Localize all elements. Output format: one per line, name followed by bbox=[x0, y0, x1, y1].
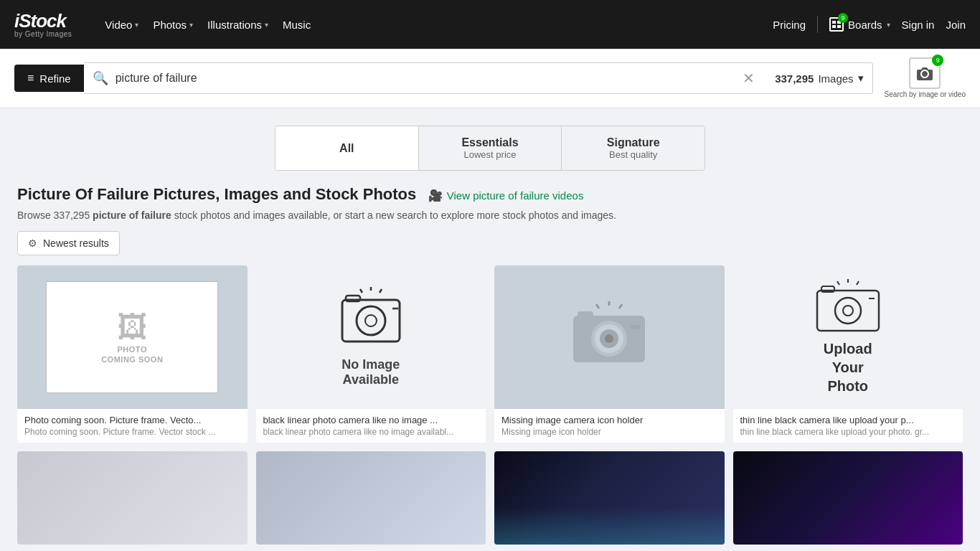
image-card-bottom[interactable] bbox=[256, 451, 486, 545]
sort-icon: ⚙ bbox=[28, 237, 37, 249]
image-caption: Photo coming soon. Picture frame. Vecto.… bbox=[17, 409, 248, 443]
results-count: 337,295 bbox=[775, 72, 814, 85]
image-overlay bbox=[494, 507, 725, 545]
svg-line-24 bbox=[857, 281, 859, 285]
svg-point-26 bbox=[835, 298, 861, 324]
image-card-bottom[interactable] bbox=[733, 451, 963, 545]
sliders-icon: ≡ bbox=[27, 72, 34, 85]
upload-camera-icon bbox=[809, 279, 887, 336]
caption-title: thin line black camera like upload your … bbox=[740, 415, 956, 425]
camera-outline-icon bbox=[331, 287, 410, 352]
svg-point-19 bbox=[605, 334, 613, 343]
chevron-down-icon: ▾ bbox=[189, 21, 193, 29]
image-grid-bottom-row bbox=[17, 451, 963, 545]
join-link[interactable]: Join bbox=[946, 19, 966, 31]
svg-rect-3 bbox=[837, 25, 841, 28]
search-icon: 🔍 bbox=[93, 70, 108, 86]
svg-point-9 bbox=[365, 315, 377, 326]
browse-keyword: picture of failure bbox=[93, 209, 171, 221]
nav-music[interactable]: Music bbox=[278, 16, 315, 34]
svg-line-6 bbox=[380, 289, 382, 293]
caption-title: black linear photo camera like no image … bbox=[263, 415, 479, 425]
svg-point-27 bbox=[843, 306, 853, 316]
chevron-down-icon: ▾ bbox=[858, 72, 864, 85]
caption-sub: Missing image icon holder bbox=[501, 427, 717, 437]
nav-video[interactable]: Video ▾ bbox=[100, 16, 143, 34]
no-image-placeholder: No ImageAvailable bbox=[331, 265, 410, 409]
image-caption: thin line black camera like upload your … bbox=[733, 409, 963, 443]
image-thumbnail: UploadYourPhoto bbox=[733, 265, 963, 409]
image-grid: 🖼 PHOTOCOMING SOON Photo coming soon. Pi… bbox=[17, 265, 963, 443]
svg-rect-21 bbox=[631, 325, 641, 329]
search-by-image-button[interactable]: 9 Search by image or video bbox=[885, 57, 966, 99]
caption-sub: thin line black camera like upload your … bbox=[740, 427, 956, 437]
caption-sub: Photo coming soon. Picture frame. Vector… bbox=[24, 427, 240, 437]
browse-suffix: stock photos and images available, or st… bbox=[171, 209, 616, 221]
svg-rect-0 bbox=[832, 21, 836, 24]
refine-button[interactable]: ≡ Refine bbox=[14, 65, 84, 92]
image-caption: black linear photo camera like no image … bbox=[256, 409, 486, 443]
svg-point-8 bbox=[357, 306, 385, 335]
image-card-bottom[interactable] bbox=[17, 451, 248, 545]
camera-filled-icon bbox=[566, 301, 652, 373]
signin-link[interactable]: Sign in bbox=[902, 19, 935, 31]
tab-signature[interactable]: Signature Best quality bbox=[562, 126, 705, 170]
svg-line-5 bbox=[360, 289, 362, 293]
image-thumbnail bbox=[494, 265, 725, 409]
boards-icon: 9 bbox=[829, 17, 844, 32]
chevron-down-icon: ▾ bbox=[887, 21, 890, 29]
image-caption: Missing image camera icon holder Missing… bbox=[494, 409, 725, 443]
image-card[interactable]: 🖼 PHOTOCOMING SOON Photo coming soon. Pi… bbox=[17, 265, 248, 443]
browse-prefix: Browse 337,295 bbox=[17, 209, 93, 221]
tab-essentials[interactable]: Essentials Lowest price bbox=[419, 126, 562, 170]
image-card[interactable]: Missing image camera icon holder Missing… bbox=[494, 265, 725, 443]
svg-line-13 bbox=[596, 304, 599, 309]
image-card-bottom[interactable] bbox=[494, 451, 725, 545]
collection-tabs: All Essentials Lowest price Signature Be… bbox=[275, 126, 705, 171]
pricing-link[interactable]: Pricing bbox=[773, 19, 806, 31]
no-image-text: No ImageAvailable bbox=[341, 357, 400, 387]
upload-photo-placeholder: UploadYourPhoto bbox=[809, 265, 887, 409]
header-right: Pricing 9 Boards ▾ Sign in Join bbox=[773, 16, 966, 33]
boards-link[interactable]: 9 Boards ▾ bbox=[829, 17, 890, 32]
sort-button[interactable]: ⚙ Newest results bbox=[17, 231, 120, 255]
media-type-selector[interactable]: 337,295 Images ▾ bbox=[766, 62, 872, 94]
site-header: iStock by Getty Images Video ▾ Photos ▾ … bbox=[0, 0, 980, 49]
sort-bar: ⚙ Newest results bbox=[17, 231, 963, 255]
nav-photos[interactable]: Photos ▾ bbox=[149, 16, 197, 34]
tab-all[interactable]: All bbox=[275, 126, 419, 170]
media-type-label: Images bbox=[818, 72, 853, 85]
camera-search-icon: 9 bbox=[909, 57, 941, 89]
image-card[interactable]: UploadYourPhoto thin line black camera l… bbox=[733, 265, 963, 443]
svg-line-14 bbox=[619, 304, 622, 309]
search-bar: ≡ Refine 🔍 ✕ 337,295 Images ▾ 9 Search b… bbox=[0, 49, 980, 108]
search-image-badge: 9 bbox=[932, 55, 943, 66]
svg-rect-20 bbox=[578, 311, 593, 318]
main-nav: Video ▾ Photos ▾ Illustrations ▾ Music bbox=[100, 16, 315, 34]
view-videos-link[interactable]: 🎥 View picture of failure videos bbox=[428, 189, 584, 202]
logo-istock: iStock bbox=[14, 11, 72, 30]
logo[interactable]: iStock by Getty Images bbox=[14, 11, 72, 38]
image-thumbnail: 🖼 PHOTOCOMING SOON bbox=[17, 265, 248, 409]
main-content: All Essentials Lowest price Signature Be… bbox=[0, 108, 980, 551]
divider bbox=[817, 16, 818, 33]
search-input[interactable] bbox=[116, 72, 740, 85]
image-placeholder-icon: 🖼 bbox=[117, 310, 147, 344]
nav-illustrations[interactable]: Illustrations ▾ bbox=[203, 16, 273, 34]
caption-sub: black linear photo camera like no image … bbox=[263, 427, 479, 437]
camera-icon bbox=[916, 66, 933, 80]
svg-rect-25 bbox=[817, 291, 879, 331]
svg-rect-10 bbox=[346, 296, 360, 301]
page-body: Picture Of Failure Pictures, Images and … bbox=[0, 171, 980, 551]
logo-sub: by Getty Images bbox=[14, 30, 72, 38]
clear-search-button[interactable]: ✕ bbox=[740, 67, 758, 90]
browse-text: Browse 337,295 picture of failure stock … bbox=[17, 209, 963, 221]
search-by-image-label: Search by image or video bbox=[885, 90, 966, 99]
boards-badge: 9 bbox=[838, 13, 848, 23]
caption-title: Photo coming soon. Picture frame. Vecto.… bbox=[24, 415, 240, 425]
image-card[interactable]: No ImageAvailable black linear photo cam… bbox=[256, 265, 486, 443]
chevron-down-icon: ▾ bbox=[135, 21, 138, 29]
chevron-down-icon: ▾ bbox=[265, 21, 268, 29]
placeholder-image: 🖼 PHOTOCOMING SOON bbox=[46, 281, 218, 393]
upload-text: UploadYourPhoto bbox=[824, 339, 872, 395]
